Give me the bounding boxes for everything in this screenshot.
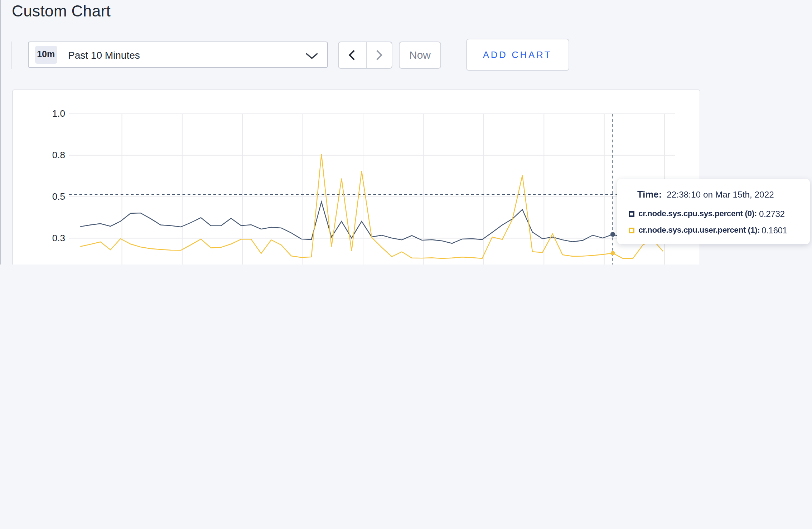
svg-text:0.3: 0.3 — [52, 233, 65, 243]
svg-text:0.8: 0.8 — [52, 150, 65, 160]
svg-text:1.0: 1.0 — [52, 108, 65, 119]
svg-text:0.5: 0.5 — [52, 191, 65, 202]
